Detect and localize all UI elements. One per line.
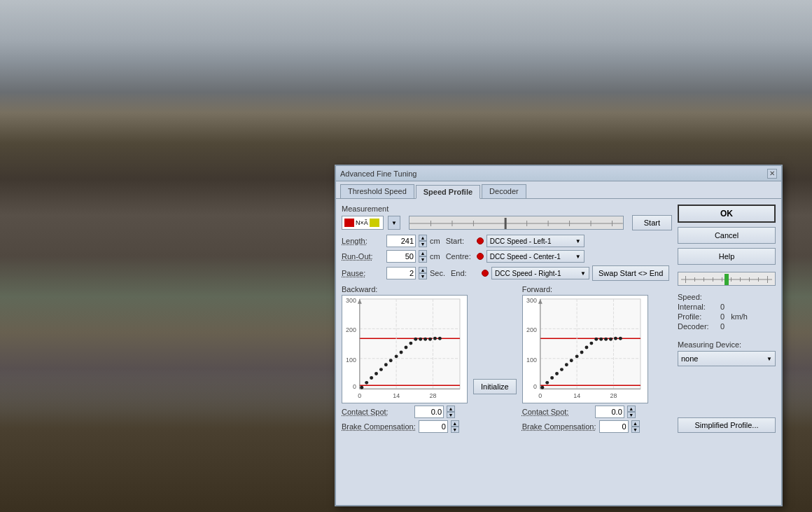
svg-text:28: 28 xyxy=(610,392,617,399)
dcc-centre-indicator xyxy=(477,253,484,260)
backward-contact-up[interactable]: ▲ xyxy=(447,406,455,412)
speed-row: Speed: xyxy=(678,293,776,301)
forward-contact-up[interactable]: ▲ xyxy=(627,406,636,412)
length-up[interactable]: ▲ xyxy=(419,235,427,241)
mode-dropdown-button[interactable]: ▼ xyxy=(388,216,400,230)
decoder-row: Decoder: 0 xyxy=(678,322,776,331)
svg-point-73 xyxy=(589,342,593,345)
backward-brake-label: Brake Compensation: xyxy=(342,422,416,431)
pause-up[interactable]: ▲ xyxy=(419,267,427,273)
speed-slider-container[interactable] xyxy=(409,216,624,230)
svg-point-43 xyxy=(433,337,437,340)
svg-point-33 xyxy=(384,363,388,366)
tab-speed-profile[interactable]: Speed Profile xyxy=(416,185,480,199)
dcc-end-dropdown[interactable]: DCC Speed - Right-1 ▼ xyxy=(491,267,589,279)
backward-contact-value: 0.0 xyxy=(414,406,444,418)
svg-text:300: 300 xyxy=(526,297,537,304)
svg-text:0: 0 xyxy=(533,383,537,390)
close-button[interactable]: ✕ xyxy=(767,169,777,179)
right-speed-slider[interactable] xyxy=(678,272,776,286)
svg-point-64 xyxy=(545,381,549,385)
right-panel-spacer xyxy=(678,371,776,413)
dcc-end-container: DCC Speed - Right-1 ▼ Swap Start <> End xyxy=(482,265,669,281)
svg-point-44 xyxy=(438,337,442,340)
svg-point-69 xyxy=(570,359,573,362)
runout-up[interactable]: ▲ xyxy=(419,250,427,256)
right-panel: OK Cancel Help xyxy=(678,205,776,433)
runout-down[interactable]: ▼ xyxy=(419,256,427,263)
svg-text:14: 14 xyxy=(393,392,400,399)
length-down[interactable]: ▼ xyxy=(419,241,427,247)
dcc-centre-arrow: ▼ xyxy=(575,254,581,260)
speed-info-section: Speed: Internal: 0 Profile: 0 km/h Decod… xyxy=(678,293,776,332)
forward-contact-spinner[interactable]: ▲ ▼ xyxy=(627,406,636,418)
internal-row: Internal: 0 xyxy=(678,303,776,311)
dropdown-arrow-icon: ▼ xyxy=(391,220,397,226)
tab-threshold-speed[interactable]: Threshold Speed xyxy=(340,184,414,198)
dialog-window: Advanced Fine Tuning ✕ Threshold Speed S… xyxy=(335,165,783,506)
length-unit: cm xyxy=(430,237,440,245)
close-icon: ✕ xyxy=(769,169,775,177)
backward-brake-up[interactable]: ▲ xyxy=(451,420,459,427)
measuring-device-dropdown[interactable]: none ▼ xyxy=(678,351,776,366)
svg-point-29 xyxy=(365,381,368,385)
length-spinner[interactable]: ▲ ▼ xyxy=(419,235,427,247)
profile-unit: km/h xyxy=(731,312,748,321)
backward-brake-down[interactable]: ▼ xyxy=(451,427,459,433)
speed-slider-track xyxy=(410,216,623,229)
svg-point-77 xyxy=(609,338,612,341)
svg-point-36 xyxy=(400,350,403,354)
forward-chart: 300 200 100 0 0 14 28 xyxy=(522,295,648,403)
forward-brake-spinner[interactable]: ▲ ▼ xyxy=(631,420,640,433)
flag-yellow xyxy=(370,219,379,227)
backward-brake-spinner[interactable]: ▲ ▼ xyxy=(451,420,459,433)
backward-title: Backward: xyxy=(342,285,468,293)
dcc-centre-dropdown[interactable]: DCC Speed - Center-1 ▼ xyxy=(486,250,584,263)
svg-point-34 xyxy=(389,359,393,362)
ok-button[interactable]: OK xyxy=(678,205,776,223)
forward-chart-section: Forward: 300 200 xyxy=(522,285,648,433)
help-button[interactable]: Help xyxy=(678,248,776,265)
runout-spinner[interactable]: ▲ ▼ xyxy=(419,250,427,263)
svg-point-37 xyxy=(405,346,408,350)
svg-point-40 xyxy=(419,338,422,341)
svg-point-65 xyxy=(550,376,554,380)
svg-text:14: 14 xyxy=(573,392,580,399)
svg-point-42 xyxy=(428,338,432,341)
svg-point-30 xyxy=(370,376,373,380)
start-button[interactable]: Start xyxy=(632,215,672,230)
svg-point-67 xyxy=(560,368,564,371)
backward-contact-down[interactable]: ▼ xyxy=(447,412,455,418)
backward-brake-row: Brake Compensation: 0 ▲ ▼ xyxy=(342,420,468,433)
dcc-end-indicator xyxy=(482,270,489,277)
main-panel: Measurement N×Ã ▼ xyxy=(342,205,672,433)
forward-brake-down[interactable]: ▼ xyxy=(631,427,640,433)
backward-contact-label: Contact Spot: xyxy=(342,408,412,416)
forward-chart-svg: 300 200 100 0 0 14 28 xyxy=(523,296,648,403)
runout-value: 50 xyxy=(386,250,416,263)
measuring-device-label: Measuring Device: xyxy=(678,340,776,349)
svg-point-39 xyxy=(414,338,417,341)
decoder-value: 0 xyxy=(720,322,724,331)
swap-button[interactable]: Swap Start <> End xyxy=(592,265,669,281)
simplified-profile-button[interactable]: Simplified Profile... xyxy=(678,417,776,433)
svg-text:200: 200 xyxy=(346,326,356,333)
svg-point-32 xyxy=(379,368,383,371)
forward-contact-down[interactable]: ▼ xyxy=(627,412,636,418)
svg-text:300: 300 xyxy=(346,297,356,304)
pause-down[interactable]: ▼ xyxy=(419,273,427,279)
pause-spinner[interactable]: ▲ ▼ xyxy=(419,267,427,279)
dcc-start-dropdown[interactable]: DCC Speed - Left-1 ▼ xyxy=(486,235,584,247)
flag-text: N×Ã xyxy=(356,219,368,226)
forward-brake-label: Brake Compensation: xyxy=(522,422,596,431)
tab-decoder[interactable]: Decoder xyxy=(482,184,526,198)
forward-title: Forward: xyxy=(522,285,648,293)
svg-point-66 xyxy=(555,372,559,375)
dialog-body: Measurement N×Ã ▼ xyxy=(336,199,781,438)
cancel-button[interactable]: Cancel xyxy=(678,227,776,244)
backward-chart-svg: 300 200 100 0 0 14 28 xyxy=(342,296,467,403)
backward-contact-spinner[interactable]: ▲ ▼ xyxy=(447,406,455,418)
forward-brake-up[interactable]: ▲ xyxy=(631,420,640,427)
backward-brake-value: 0 xyxy=(419,420,448,433)
initialize-button[interactable]: Initialize xyxy=(473,379,517,394)
